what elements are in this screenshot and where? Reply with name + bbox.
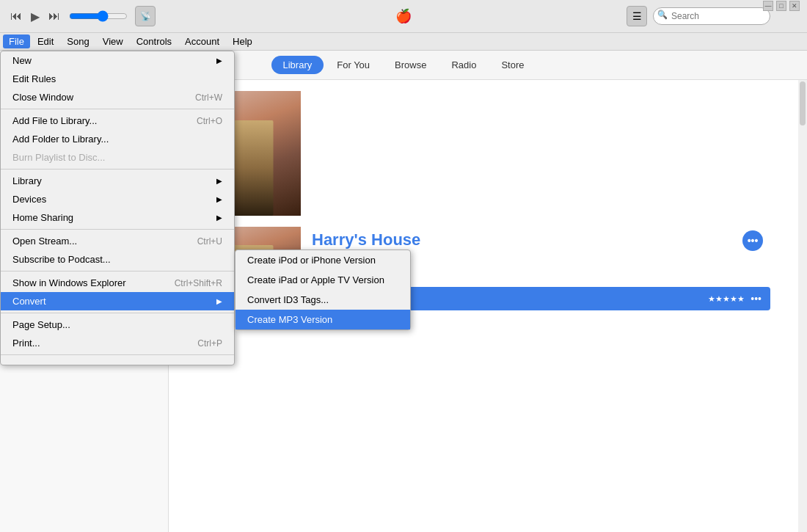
menu-convert-label: Convert [12, 296, 46, 307]
airport-button[interactable]: 📡 [135, 6, 156, 26]
separator-4 [1, 271, 234, 272]
submenu-ipad-appletv[interactable]: Create iPad or Apple TV Version [235, 270, 410, 290]
menu-library-label: Library [12, 175, 42, 186]
menu-new-label: New [12, 55, 32, 66]
menu-show-explorer[interactable]: Show in Windows Explorer Ctrl+Shift+R [1, 274, 234, 292]
menu-add-folder[interactable]: Add Folder to Library... [1, 130, 234, 148]
tab-browse[interactable]: Browse [383, 56, 438, 74]
window-controls: — □ ✕ [756, 1, 800, 11]
menu-subscribe-podcast[interactable]: Subscribe to Podcast... [1, 250, 234, 269]
menu-close-window-shortcut: Ctrl+W [195, 92, 222, 103]
menu-add-file-shortcut: Ctrl+O [197, 116, 222, 126]
menu-edit-rules[interactable]: Edit Rules [1, 70, 234, 88]
menu-print-shortcut: Ctrl+P [197, 338, 222, 349]
menu-library-arrow: ▶ [216, 177, 222, 185]
separator-3 [1, 229, 234, 230]
minimize-button[interactable]: — [763, 1, 773, 11]
menu-close-window-label: Close Window [12, 92, 73, 103]
menu-devices-label: Devices [12, 194, 46, 205]
menu-exit[interactable] [1, 357, 234, 365]
menu-new-arrow: ▶ [216, 57, 222, 65]
more-options-button[interactable]: ••• [742, 230, 763, 251]
tab-library[interactable]: Library [271, 56, 324, 74]
submenu-id3-tags[interactable]: Convert ID3 Tags... [235, 290, 410, 310]
submenu-mp3-version[interactable]: Create MP3 Version [235, 310, 410, 329]
separator-1 [1, 109, 234, 109]
tab-radio[interactable]: Radio [439, 56, 488, 74]
song-count: 1 song [176, 343, 800, 353]
menu-edit[interactable]: Edit [32, 34, 59, 48]
menu-help[interactable]: Help [227, 34, 258, 48]
menu-file[interactable]: File [3, 34, 30, 48]
menu-add-file[interactable]: Add File to Library... Ctrl+O [1, 112, 234, 130]
play-button[interactable]: ▶ [28, 8, 43, 25]
menu-controls[interactable]: Controls [131, 34, 178, 48]
menu-page-setup[interactable]: Page Setup... [1, 316, 234, 334]
track-more-icon[interactable]: ••• [751, 293, 762, 305]
menu-bar: File Edit Song View Controls Account Hel… [0, 33, 807, 51]
menu-library[interactable]: Library ▶ [1, 172, 234, 190]
menu-song[interactable]: Song [61, 34, 95, 48]
search-icon: 🔍 [657, 10, 668, 20]
menu-page-setup-label: Page Setup... [12, 319, 70, 330]
fast-forward-button[interactable]: ⏭ [45, 8, 63, 24]
submenu-ipod-iphone[interactable]: Create iPod or iPhone Version [235, 250, 410, 270]
menu-open-stream[interactable]: Open Stream... Ctrl+U [1, 232, 234, 250]
file-menu-dropdown: New ▶ Edit Rules Close Window Ctrl+W Add… [0, 51, 235, 365]
menu-add-file-label: Add File to Library... [12, 115, 97, 126]
menu-new[interactable]: New ▶ [1, 51, 234, 70]
search-wrapper: 🔍 [653, 7, 770, 25]
menu-home-sharing-arrow: ▶ [216, 214, 222, 222]
menu-burn-playlist: Burn Playlist to Disc... [1, 148, 234, 167]
menu-edit-rules-label: Edit Rules [12, 73, 56, 84]
menu-burn-playlist-label: Burn Playlist to Disc... [12, 152, 105, 163]
menu-print-label: Print... [12, 338, 40, 349]
menu-convert[interactable]: Convert ▶ [1, 292, 234, 310]
menu-subscribe-podcast-label: Subscribe to Podcast... [12, 254, 111, 265]
track-stars: ★★★★★ [708, 294, 745, 304]
menu-close-window[interactable]: Close Window Ctrl+W [1, 88, 234, 106]
menu-account[interactable]: Account [179, 34, 225, 48]
apple-logo: 🍎 [395, 8, 412, 24]
right-controls: ☰ 🔍 [627, 6, 770, 26]
menu-devices[interactable]: Devices ▶ [1, 190, 234, 208]
search-input[interactable] [653, 7, 770, 25]
tab-store[interactable]: Store [489, 56, 536, 74]
volume-slider[interactable] [69, 10, 128, 22]
menu-devices-arrow: ▶ [216, 195, 222, 203]
separator-5 [1, 313, 234, 313]
menu-open-stream-label: Open Stream... [12, 236, 77, 247]
convert-submenu: Create iPod or iPhone Version Create iPa… [235, 249, 411, 330]
menu-convert-arrow: ▶ [216, 297, 222, 305]
menu-show-explorer-label: Show in Windows Explorer [12, 277, 126, 288]
transport-controls: ⏮ ▶ ⏭ 📡 [0, 6, 156, 26]
menu-add-folder-label: Add Folder to Library... [12, 134, 109, 145]
menu-show-explorer-shortcut: Ctrl+Shift+R [175, 278, 222, 288]
scrollbar-thumb[interactable] [800, 81, 806, 125]
album-title: Harry's House [312, 230, 770, 249]
scrollbar[interactable] [798, 80, 807, 532]
menu-home-sharing[interactable]: Home Sharing ▶ [1, 208, 234, 227]
menu-print[interactable]: Print... Ctrl+P [1, 334, 234, 352]
close-button[interactable]: ✕ [789, 1, 800, 11]
title-bar: ⏮ ▶ ⏭ 📡 🍎 ☰ 🔍 — □ ✕ [0, 0, 807, 33]
menu-open-stream-shortcut: Ctrl+U [197, 236, 222, 247]
menu-home-sharing-label: Home Sharing [12, 212, 73, 223]
maximize-button[interactable]: □ [776, 1, 786, 11]
list-view-button[interactable]: ☰ [627, 6, 647, 26]
separator-6 [1, 354, 234, 355]
tab-for-you[interactable]: For You [325, 56, 381, 74]
menu-view[interactable]: View [97, 34, 129, 48]
rewind-button[interactable]: ⏮ [7, 8, 25, 24]
separator-2 [1, 169, 234, 170]
